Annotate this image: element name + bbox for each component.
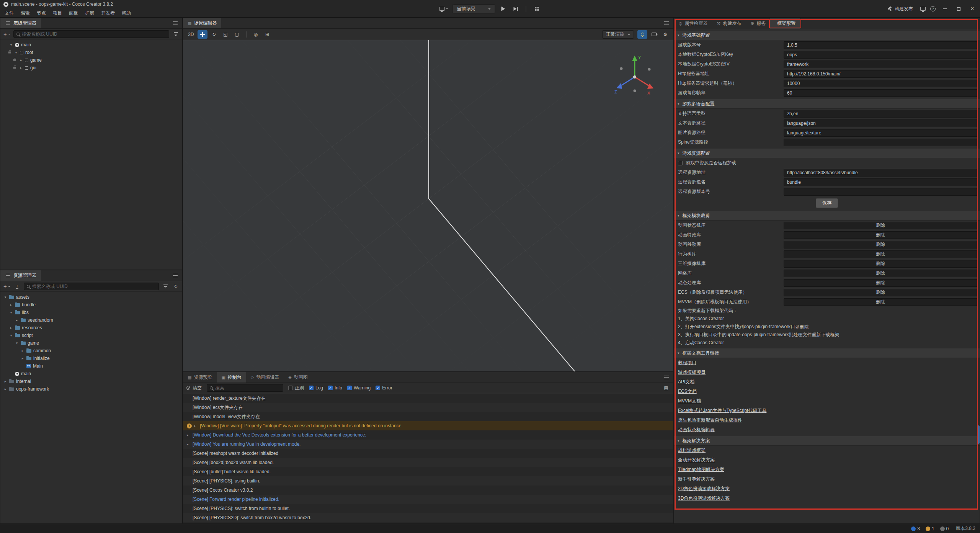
expand-arrow-icon[interactable] bbox=[9, 43, 13, 47]
asset-node[interactable]: initialize bbox=[0, 355, 182, 362]
expand-arrow-icon[interactable] bbox=[3, 379, 7, 383]
expand-arrow-icon[interactable] bbox=[9, 326, 13, 330]
expand-arrow-icon[interactable] bbox=[15, 341, 19, 345]
console-tab[interactable]: 资源预览 bbox=[183, 372, 217, 383]
expand-arrow-icon[interactable]: ▸ bbox=[194, 424, 198, 428]
solution-link[interactable]: 3D角色扮演游戏解决方案 bbox=[678, 495, 730, 502]
assets-menu-button[interactable] bbox=[172, 271, 179, 280]
save-button[interactable]: 保存 bbox=[816, 198, 838, 208]
rotate-tool-button[interactable]: ↻ bbox=[209, 30, 219, 39]
config-field-input[interactable] bbox=[784, 178, 977, 186]
hierarchy-filter-button[interactable] bbox=[172, 30, 180, 38]
asset-node[interactable]: script bbox=[0, 332, 182, 339]
expand-arrow-icon[interactable] bbox=[9, 311, 13, 314]
inspector-tab[interactable]: 框架配置 bbox=[770, 18, 800, 29]
asset-node[interactable]: common bbox=[0, 347, 182, 355]
inspector-tab[interactable]: 属性检查器 bbox=[674, 18, 712, 29]
expand-arrow-icon[interactable] bbox=[3, 387, 7, 391]
solution-link[interactable]: Tiledmap地图解决方案 bbox=[678, 466, 724, 473]
log-row[interactable]: ▸ [Scene] Cocos Creator v3.8.2 bbox=[183, 486, 673, 495]
expand-arrow-icon[interactable] bbox=[9, 334, 13, 337]
create-node-button[interactable]: + bbox=[3, 30, 11, 38]
log-row[interactable]: ▸ [Window] render_texture文件夹存在 bbox=[183, 394, 673, 403]
doc-link[interactable]: Excel格式转Json文件与TypeScript代码工具 bbox=[678, 407, 766, 414]
section-header[interactable]: ▾框架文档工具链接 bbox=[674, 348, 980, 358]
hierarchy-node[interactable]: root bbox=[0, 49, 182, 56]
menu-item[interactable]: 文件 bbox=[1, 9, 17, 18]
config-field-input[interactable] bbox=[784, 129, 977, 137]
scrollbar-thumb[interactable] bbox=[977, 425, 980, 444]
console-options-button[interactable]: ▤ bbox=[662, 384, 670, 392]
lighting-toggle-button[interactable] bbox=[637, 30, 647, 39]
expand-arrow-icon[interactable] bbox=[19, 66, 23, 70]
module-delete-button[interactable]: 删除 bbox=[784, 250, 977, 258]
solution-link[interactable]: 战棋游戏框架 bbox=[678, 447, 706, 454]
config-field-input[interactable] bbox=[784, 51, 977, 59]
create-asset-button[interactable]: + bbox=[3, 282, 11, 291]
maximize-button[interactable] bbox=[953, 3, 964, 15]
scene-settings-button[interactable]: ⚙ bbox=[660, 30, 670, 39]
log-row[interactable]: ▸ [Scene] [bullet]:bullet wasm lib loade… bbox=[183, 467, 673, 476]
expand-arrow-icon[interactable] bbox=[21, 356, 24, 360]
config-field-input[interactable] bbox=[784, 60, 977, 68]
config-field-input[interactable] bbox=[784, 169, 977, 177]
asset-node[interactable]: main bbox=[0, 370, 182, 378]
doc-link[interactable]: 原生包热更新配置自动生成插件 bbox=[678, 417, 742, 423]
menu-item[interactable]: 节点 bbox=[33, 9, 49, 18]
assets-search[interactable] bbox=[24, 283, 159, 290]
config-field-input[interactable] bbox=[784, 70, 977, 78]
log-row[interactable]: ▸ [Window] model_view文件夹存在 bbox=[183, 412, 673, 421]
hierarchy-menu-button[interactable] bbox=[172, 19, 179, 28]
hierarchy-search[interactable] bbox=[13, 30, 169, 38]
menu-item[interactable]: 开发者 bbox=[98, 9, 118, 18]
console-tab[interactable]: 控制台 bbox=[217, 372, 246, 383]
play-button[interactable] bbox=[500, 5, 507, 13]
menu-item[interactable]: 面板 bbox=[65, 9, 82, 18]
inspector-tab[interactable]: 服务 bbox=[746, 18, 770, 29]
log-filter-checkbox[interactable]: Info bbox=[328, 385, 342, 391]
menu-item[interactable]: 帮助 bbox=[118, 9, 134, 18]
regex-checkbox[interactable]: 正则 bbox=[288, 385, 304, 391]
log-row[interactable]: ▸ [Window] ecs文件夹存在 bbox=[183, 403, 673, 412]
asset-node[interactable]: oops-framework bbox=[0, 385, 182, 393]
console-menu-button[interactable] bbox=[663, 373, 670, 382]
console-search[interactable] bbox=[207, 384, 283, 392]
menu-item[interactable]: 编辑 bbox=[17, 9, 33, 18]
remote-load-checkbox[interactable] bbox=[678, 161, 683, 165]
hierarchy-node[interactable]: gui bbox=[0, 64, 182, 72]
scene-editor-tab[interactable]: ▦场景编辑器 bbox=[183, 18, 221, 28]
module-delete-button[interactable]: 删除 bbox=[784, 260, 977, 268]
console-tab[interactable]: 动画图 bbox=[284, 372, 312, 383]
config-field-input[interactable] bbox=[784, 139, 977, 146]
hierarchy-node[interactable]: game bbox=[0, 56, 182, 64]
expand-arrow-icon[interactable] bbox=[14, 51, 18, 54]
preview-target-button[interactable] bbox=[439, 5, 448, 13]
expand-arrow-icon[interactable] bbox=[21, 349, 24, 353]
view-gizmo[interactable]: Y X Z bbox=[614, 53, 656, 99]
assets-tab[interactable]: 资源管理器 bbox=[0, 270, 41, 281]
import-asset-button[interactable] bbox=[13, 282, 21, 291]
module-delete-button[interactable]: 删除 bbox=[784, 231, 977, 239]
assets-refresh-button[interactable] bbox=[172, 282, 180, 291]
config-field-input[interactable] bbox=[784, 80, 977, 87]
move-tool-button[interactable] bbox=[198, 30, 207, 39]
module-delete-button[interactable]: 删除 bbox=[784, 270, 977, 277]
mode-3d-button[interactable]: 3D bbox=[186, 30, 196, 39]
render-mode-dropdown[interactable]: 正常渲染 bbox=[602, 30, 634, 39]
expand-arrow-icon[interactable] bbox=[19, 58, 23, 62]
module-delete-button[interactable]: 删除 bbox=[784, 279, 977, 287]
log-row[interactable]: ▸ [Window] [Vue warn]: Property "onInput… bbox=[183, 421, 673, 430]
console-clear-button[interactable]: 清空 bbox=[186, 385, 202, 391]
doc-link[interactable]: API文档 bbox=[678, 379, 694, 385]
doc-link[interactable]: ECS文档 bbox=[678, 388, 697, 395]
console-search-input[interactable] bbox=[215, 385, 280, 391]
doc-link[interactable]: 游戏模板项目 bbox=[678, 369, 706, 376]
section-header[interactable]: ▾框架模块裁剪 bbox=[674, 211, 980, 221]
help-button[interactable] bbox=[929, 5, 937, 13]
module-delete-button[interactable]: 删除 bbox=[784, 222, 977, 229]
inspector-tab[interactable]: 构建发布 bbox=[712, 18, 746, 29]
section-header[interactable]: ▾游戏资源配置 bbox=[674, 148, 980, 158]
console-tab[interactable]: 动画编辑器 bbox=[246, 372, 284, 383]
expand-arrow-icon[interactable] bbox=[9, 303, 13, 307]
error-count-badge[interactable]: 0 bbox=[940, 526, 949, 531]
